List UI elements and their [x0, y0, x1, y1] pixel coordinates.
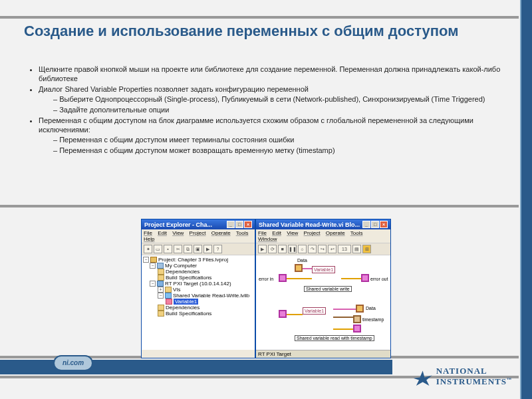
variable1-write-node[interactable]: Variable1 [312, 266, 335, 273]
tool-paste-icon[interactable]: ▣ [194, 245, 202, 253]
error-in-terminal[interactable] [279, 274, 287, 282]
decor-mid-line [0, 205, 519, 207]
bullet-2: Диалог Shared Variable Properties позвол… [39, 85, 508, 94]
maximize-icon[interactable]: □ [235, 221, 243, 228]
folder-icon [158, 269, 164, 275]
tree-deps-2[interactable]: Dependencies [143, 305, 253, 311]
ni-logo-text: NATIONAL INSTRUMENTS™ [436, 366, 512, 387]
step-over-icon[interactable]: ↪ [318, 245, 327, 253]
variable-icon [166, 299, 172, 305]
folder-icon [158, 305, 164, 311]
slide-title: Создание и использование переменных с об… [24, 23, 503, 39]
label-sv-write: Shared variable write [304, 286, 352, 292]
wire [333, 329, 353, 330]
error-in-terminal-2[interactable] [279, 310, 287, 318]
tool-help-icon[interactable]: ? [213, 245, 222, 253]
close-icon[interactable]: × [380, 221, 388, 228]
label-timestamp: timestamp [362, 317, 384, 322]
label-data-out: Data [366, 306, 376, 311]
wire [333, 309, 356, 310]
menu-operate[interactable]: Operate [326, 230, 345, 236]
menu-file[interactable]: File [144, 230, 152, 236]
pause-icon[interactable]: ❚❚ [288, 245, 297, 253]
run-cont-icon[interactable]: ⟳ [268, 245, 277, 253]
tree-my-computer[interactable]: −My Computer [143, 263, 253, 269]
bd-toolbar: ▶ ⟳ ■ ❚❚ ☼ ↷ ↪ ↩ 13 ▤ ⊞ [256, 243, 390, 255]
bd-title-text: Shared Variable Read-Write.vi Blo... [259, 221, 360, 228]
ni-eagle-icon [414, 367, 432, 386]
tree-project-root[interactable]: −Project: Chapter 3 Files.lvproj [143, 257, 253, 263]
project-tree[interactable]: −Project: Chapter 3 Files.lvproj −My Com… [142, 255, 255, 350]
tree-build-2[interactable]: Build Specifications [143, 311, 253, 317]
menu-file[interactable]: File [258, 230, 267, 236]
tree-vis[interactable]: +VIs [143, 287, 253, 293]
folder-icon [165, 287, 172, 293]
bullet-1: Щелкните правой кнопкой мыши на проекте … [39, 65, 508, 84]
minimize-icon[interactable]: _ [227, 221, 235, 228]
menu-tools[interactable]: Tools [236, 230, 249, 236]
block-diagram-canvas[interactable]: Data error in Variable1 error out Shared… [256, 255, 390, 350]
error-out-terminal[interactable] [361, 274, 369, 282]
bullet-3b: Переменная с общим доступом может возвра… [53, 146, 508, 156]
menu-window[interactable]: Window [258, 236, 277, 242]
logo-tm: ™ [507, 377, 512, 382]
step-icon[interactable]: ↷ [308, 245, 317, 253]
project-icon [150, 257, 157, 263]
variable1-read-node[interactable]: Variable1 [303, 307, 326, 315]
bd-status-bar: RT PXI Target [256, 350, 390, 358]
menu-edit[interactable]: Edit [272, 230, 281, 236]
align-icon[interactable]: ▤ [352, 245, 361, 253]
tree-build-1[interactable]: Build Specifications [143, 275, 253, 281]
menu-project[interactable]: Project [304, 230, 321, 236]
tree-svrw-lib[interactable]: −Shared Variable Read-Write.lvlib [143, 293, 253, 299]
data-out-terminal[interactable] [356, 305, 364, 313]
tool-open-icon[interactable]: ▭ [154, 245, 162, 253]
minimize-icon[interactable]: _ [362, 221, 370, 228]
highlight-icon[interactable]: ☼ [298, 245, 307, 253]
maximize-icon[interactable]: □ [371, 221, 379, 228]
menu-help[interactable]: Help [144, 236, 154, 242]
data-in-terminal[interactable] [295, 264, 303, 272]
label-sv-read: Shared variable read with timestamp [295, 335, 374, 341]
tool-new-icon[interactable]: ✦ [144, 245, 152, 253]
tool-save-icon[interactable]: ▪ [164, 245, 172, 253]
decor-top-line [0, 16, 519, 19]
font-size[interactable]: 13 [338, 245, 351, 253]
bd-titlebar: Shared Variable Read-Write.vi Blo... _ □… [256, 219, 390, 229]
run-icon[interactable]: ▶ [258, 245, 267, 253]
tool-run-icon[interactable]: ▶ [203, 245, 212, 253]
menu-view[interactable]: View [287, 230, 298, 236]
menu-project[interactable]: Project [190, 230, 206, 236]
screenshot-windows: Project Explorer - Cha... _ □ × File Edi… [141, 219, 391, 358]
tool-cut-icon[interactable]: ✂ [174, 245, 182, 253]
menu-operate[interactable]: Operate [211, 230, 231, 236]
ni-com-badge: ni.com [53, 355, 93, 371]
folder-icon [158, 311, 164, 317]
close-icon[interactable]: × [244, 221, 252, 228]
error-out-terminal-2[interactable] [353, 325, 361, 332]
logo-line1: NATIONAL [436, 366, 487, 376]
wire [287, 278, 312, 279]
menu-view[interactable]: View [172, 230, 184, 236]
library-icon [165, 293, 172, 299]
menu-tools[interactable]: Tools [350, 230, 363, 236]
pe-titlebar: Project Explorer - Cha... _ □ × [142, 219, 255, 229]
target-icon [157, 281, 164, 287]
block-diagram-window: Shared Variable Read-Write.vi Blo... _ □… [255, 219, 391, 358]
stop-icon[interactable]: ■ [278, 245, 287, 253]
tree-variable1[interactable]: Variable1 [143, 299, 253, 305]
slide-body: Щелкните правой кнопкой мыши на проекте … [29, 64, 508, 157]
vi-icon[interactable]: ⊞ [362, 245, 371, 253]
tree-rt-target[interactable]: −RT PXI Target (10.0.14.142) [143, 281, 253, 287]
tree-deps-1[interactable]: Dependencies [143, 269, 253, 275]
bullet-2a: Выберите Однопроцессорный (Single-proces… [53, 95, 508, 104]
menu-edit[interactable]: Edit [158, 230, 167, 236]
pe-menu[interactable]: File Edit View Project Operate Tools Hel… [142, 229, 255, 243]
step-out-icon[interactable]: ↩ [328, 245, 336, 253]
pe-title-text: Project Explorer - Cha... [144, 221, 212, 228]
tool-copy-icon[interactable]: ⧉ [184, 245, 192, 253]
bd-menu[interactable]: File Edit View Project Operate Tools Win… [256, 229, 390, 243]
timestamp-terminal[interactable] [353, 315, 361, 323]
decor-right-stripe [521, 0, 532, 399]
computer-icon [157, 263, 164, 269]
